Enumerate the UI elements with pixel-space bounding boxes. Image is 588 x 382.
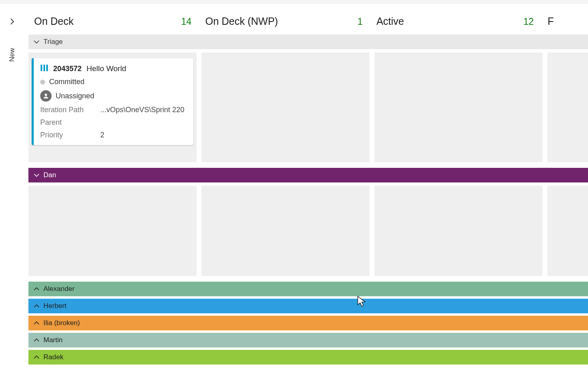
- swimlane-header-dan[interactable]: Dan: [28, 168, 588, 182]
- field-label: Parent: [40, 118, 100, 127]
- swimlane-header-ilia[interactable]: Ilia (broken): [28, 316, 588, 330]
- state-label: Committed: [49, 78, 84, 86]
- swimlane-header-herbert[interactable]: Herbert: [28, 299, 588, 313]
- card-assignee[interactable]: Unassigned: [40, 90, 187, 102]
- work-item-title: Hello World: [86, 64, 126, 73]
- swimlane-title: Martin: [43, 336, 63, 344]
- assignee-label: Unassigned: [56, 92, 94, 100]
- svg-rect-2: [46, 65, 48, 71]
- board-cell[interactable]: [28, 186, 197, 276]
- column-title: Active: [376, 15, 404, 27]
- board-cell[interactable]: [201, 52, 370, 162]
- swimlane-title: Herbert: [43, 302, 67, 310]
- column-count: 12: [523, 16, 534, 27]
- chevron-down-icon: [33, 39, 40, 45]
- field-label: Priority: [40, 131, 100, 139]
- board-cell[interactable]: [374, 186, 543, 276]
- left-rail: New: [0, 4, 24, 382]
- card-field-priority: Priority 2: [40, 131, 187, 139]
- column-count: 1: [357, 16, 363, 27]
- product-backlog-item-icon: [40, 64, 48, 74]
- swimlane-header-triage[interactable]: Triage: [28, 35, 588, 49]
- swimlane-row-dan: [28, 186, 588, 276]
- columns-header: On Deck 14 On Deck (NWP) 1 Active 12 F: [24, 4, 588, 35]
- board-layout: New On Deck 14 On Deck (NWP) 1 Active 12…: [0, 4, 588, 382]
- rail-state-label: New: [8, 48, 16, 62]
- card-field-parent: Parent: [40, 118, 187, 127]
- field-value: 2: [100, 131, 104, 139]
- board-cell[interactable]: [201, 186, 370, 276]
- chevron-up-icon: [33, 354, 40, 360]
- board-cell[interactable]: 2043572 Hello World Committed: [28, 52, 197, 162]
- card-field-iteration: Iteration Path ...vOps\OneVS\Sprint 220: [40, 106, 187, 114]
- chevron-up-icon: [33, 320, 40, 326]
- work-item-id: 2043572: [53, 65, 82, 73]
- board-cell[interactable]: [374, 52, 543, 162]
- swimlane-row-triage: 2043572 Hello World Committed: [28, 52, 588, 162]
- rail-expand-icon[interactable]: [9, 17, 16, 28]
- chevron-up-icon: [33, 303, 40, 309]
- board-main: On Deck 14 On Deck (NWP) 1 Active 12 F T…: [24, 4, 588, 382]
- svg-rect-1: [43, 65, 45, 71]
- svg-rect-0: [41, 65, 42, 71]
- column-header-on-deck-nwp[interactable]: On Deck (NWP) 1: [205, 15, 376, 27]
- board-cell[interactable]: [547, 52, 588, 162]
- svg-point-3: [45, 93, 47, 96]
- column-header-on-deck[interactable]: On Deck 14: [34, 15, 205, 27]
- top-strip: [0, 0, 588, 4]
- column-title: On Deck: [34, 15, 74, 27]
- swimlane-title: Ilia (broken): [43, 319, 80, 327]
- chevron-down-icon: [33, 172, 40, 178]
- swimlane-title: Dan: [43, 171, 56, 179]
- board-cell[interactable]: [547, 186, 588, 276]
- column-header-active[interactable]: Active 12: [376, 15, 547, 27]
- column-header-partial[interactable]: F: [547, 15, 588, 27]
- work-item-card[interactable]: 2043572 Hello World Committed: [32, 58, 193, 145]
- unassigned-avatar-icon: [40, 90, 52, 102]
- chevron-up-icon: [33, 286, 40, 292]
- column-title: On Deck (NWP): [205, 15, 278, 27]
- column-title: F: [547, 15, 553, 27]
- chevron-up-icon: [33, 337, 40, 343]
- swimlane-header-radek[interactable]: Radek: [28, 350, 588, 365]
- swimlane-header-martin[interactable]: Martin: [28, 333, 588, 347]
- card-header: 2043572 Hello World: [40, 64, 187, 74]
- swimlane-title: Triage: [43, 38, 63, 46]
- swimlane-header-alexander[interactable]: Alexander: [28, 282, 588, 296]
- state-dot-icon: [40, 80, 45, 85]
- field-value: ...vOps\OneVS\Sprint 220: [100, 106, 184, 114]
- swimlane-title: Radek: [43, 353, 63, 361]
- field-label: Iteration Path: [40, 106, 100, 114]
- swimlane-title: Alexander: [43, 285, 75, 293]
- column-count: 14: [181, 16, 192, 27]
- card-state: Committed: [40, 78, 187, 86]
